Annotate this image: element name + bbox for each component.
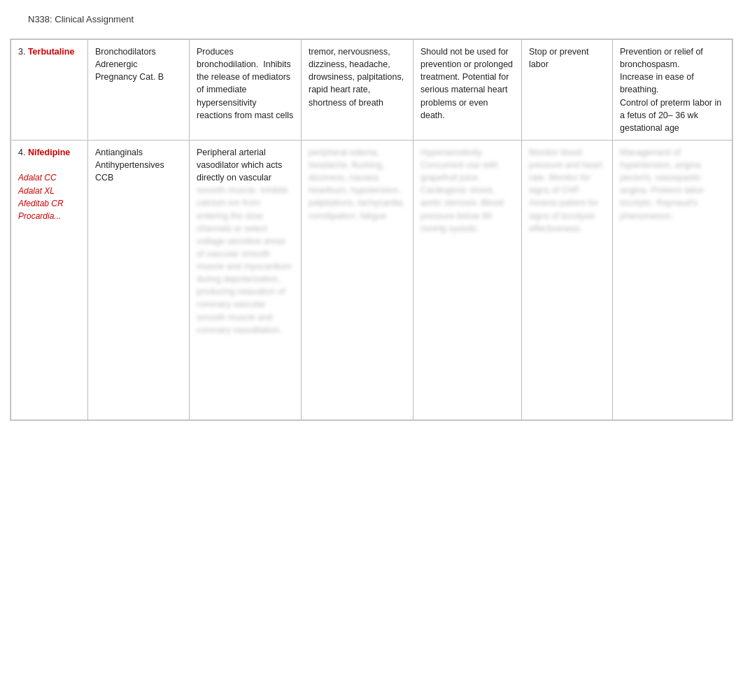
drug-table: 3. Terbutaline BronchodilatorsAdrenergic… — [10, 39, 733, 420]
side-effects-cell: tremor, nervousness, dizziness, headache… — [302, 40, 413, 141]
drug-cell: 4. Nifedipine Adalat CC Adalat XL Afedit… — [11, 140, 88, 420]
table-wrapper: 3. Terbutaline BronchodilatorsAdrenergic… — [10, 38, 733, 421]
mechanism-blurred: smooth muscle. Inhibits calcium ion from… — [197, 185, 291, 334]
side-effects-blurred: peripheral edema, headache, flushing, di… — [309, 148, 405, 221]
classification-text: BronchodilatorsAdrenergicPregnancy Cat. … — [95, 47, 164, 82]
indications-cell: Management of hypertension, angina pecto… — [613, 140, 733, 420]
drug-name: Terbutaline — [28, 47, 74, 57]
contraindications-cell: Hypersensitivity. Concurrent use with gr… — [413, 140, 522, 420]
classification-cell: AntianginalsAntihypertensivesCCB — [88, 140, 190, 420]
side-effects-text: tremor, nervousness, dizziness, headache… — [309, 47, 404, 108]
nursing-blurred: Monitor blood pressure and heart rate. M… — [529, 148, 602, 234]
indications-text: Prevention or relief of bronchospasm.Inc… — [620, 47, 721, 133]
page-header: N338: Clinical Assignment — [0, 0, 743, 31]
side-effects-cell: peripheral edema, headache, flushing, di… — [302, 140, 413, 420]
indications-blurred: Management of hypertension, angina pecto… — [620, 148, 704, 221]
row-number: 4. — [18, 148, 28, 157]
brand-names: Adalat CC Adalat XL Afeditab CR Procardi… — [18, 173, 64, 221]
indications-cell: Prevention or relief of bronchospasm.Inc… — [613, 40, 733, 141]
nursing-cell: Stop or prevent labor — [522, 40, 613, 141]
classification-cell: BronchodilatorsAdrenergicPregnancy Cat. … — [88, 40, 190, 141]
drug-name: Nifedipine — [28, 148, 70, 157]
contraindications-text: Should not be used for prevention or pro… — [420, 47, 513, 120]
nursing-cell: Monitor blood pressure and heart rate. M… — [522, 140, 613, 420]
contraindications-blurred: Hypersensitivity. Concurrent use with gr… — [420, 148, 504, 234]
row-number: 3. — [18, 47, 28, 57]
classification-text: AntianginalsAntihypertensivesCCB — [95, 148, 164, 183]
page-title: N338: Clinical Assignment — [28, 14, 134, 24]
mechanism-cell: Produces bronchodilation. Inhibits the r… — [190, 40, 302, 141]
drug-cell: 3. Terbutaline — [11, 40, 88, 141]
mechanism-text: Peripheral arterial vasodilator which ac… — [197, 148, 282, 183]
table-row: 3. Terbutaline BronchodilatorsAdrenergic… — [11, 40, 733, 141]
nursing-text: Stop or prevent labor — [529, 47, 588, 69]
mechanism-cell: Peripheral arterial vasodilator which ac… — [190, 140, 302, 420]
contraindications-cell: Should not be used for prevention or pro… — [413, 40, 522, 141]
table-row: 4. Nifedipine Adalat CC Adalat XL Afedit… — [11, 140, 733, 420]
mechanism-text: Produces bronchodilation. Inhibits the r… — [197, 47, 293, 120]
